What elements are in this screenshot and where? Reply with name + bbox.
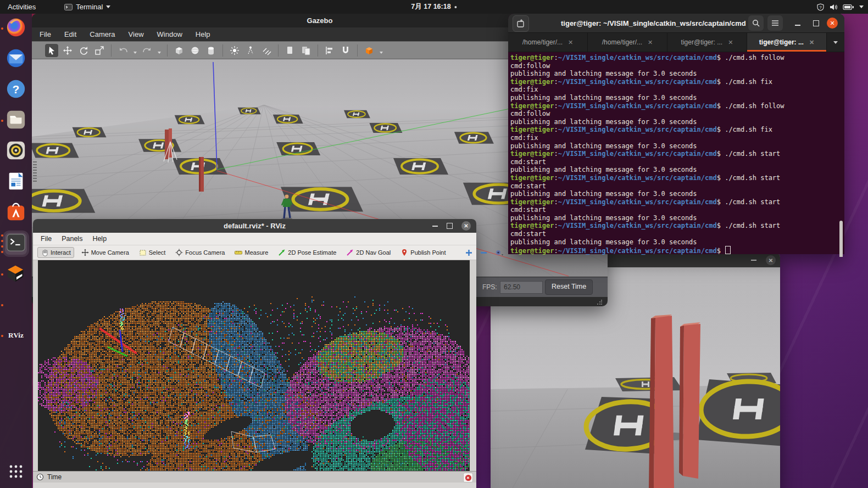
terminal-headerbar[interactable]: tiger@tiger: ~/VISIM_single/catkin_ws/sr… [508, 14, 844, 32]
dock-item-terminal[interactable] [5, 233, 27, 255]
dock-item-rhythmbox[interactable] [5, 141, 27, 162]
writer-icon [5, 171, 26, 194]
spot-light-icon[interactable] [244, 44, 257, 57]
insert-model-icon[interactable] [363, 44, 376, 57]
align-icon[interactable] [323, 44, 336, 57]
gazebo-menu-file[interactable]: File [40, 30, 51, 38]
hamburger-icon [771, 20, 779, 26]
undo-icon[interactable] [116, 44, 130, 57]
time-panel-header[interactable]: Time ✕ [33, 471, 476, 483]
sphere-icon[interactable] [188, 44, 202, 57]
clock-menu[interactable]: 7月 17 16:18 [411, 2, 457, 12]
rviz-menu-file[interactable]: File [41, 235, 52, 243]
terminal-line: tiger@tiger:~/VISIM_single/catkin_ws/src… [510, 246, 844, 255]
gazebo-menu-edit[interactable]: Edit [64, 30, 76, 38]
prompt-user: tiger@tiger [510, 247, 554, 255]
gazebo-menu-help[interactable]: Help [196, 30, 210, 38]
redo-icon[interactable] [141, 44, 154, 57]
close-icon[interactable]: ✕ [461, 221, 471, 231]
dock-item-files[interactable] [5, 110, 27, 132]
select-arrow-icon[interactable] [45, 44, 58, 57]
gazebo-menu-view[interactable]: View [129, 30, 144, 38]
rviz-menu-panels[interactable]: Panels [62, 235, 82, 243]
tool-move-camera[interactable]: Move Camera [79, 248, 132, 257]
prompt-sep: : [554, 126, 558, 133]
tab-close-icon[interactable]: ✕ [648, 39, 653, 46]
paste-icon[interactable] [299, 44, 313, 57]
directional-light-icon[interactable] [260, 44, 273, 57]
show-applications-button[interactable] [5, 461, 27, 483]
tab-label: tiger@tiger: ... [759, 38, 804, 46]
tool-select[interactable]: Select [136, 248, 169, 257]
tool-focus-camera[interactable]: Focus Camera [173, 248, 227, 257]
remove-tool-icon[interactable] [480, 249, 487, 256]
rviz-menu-help[interactable]: Help [92, 235, 107, 243]
caret-down-icon[interactable] [133, 52, 137, 54]
battery-icon [843, 4, 854, 10]
tab-close-icon[interactable]: ✕ [568, 39, 573, 46]
add-tool-icon[interactable] [465, 249, 472, 256]
point-light-icon[interactable] [228, 44, 241, 57]
dock-item-thunderbird[interactable] [5, 48, 27, 70]
tool-publish-point[interactable]: Publish Point [398, 248, 448, 257]
maximize-icon[interactable] [447, 223, 453, 229]
tool-options-icon[interactable] [495, 249, 505, 256]
search-button[interactable] [748, 15, 764, 31]
time-panel-body [33, 483, 476, 488]
tool-measure[interactable]: Measure [232, 248, 271, 257]
copy-icon[interactable] [283, 44, 297, 57]
terminal-line: cmd:start [510, 182, 844, 190]
rviz-viewport[interactable] [33, 260, 476, 471]
terminal-tab-3[interactable]: tiger@tiger: ...✕ [667, 33, 747, 52]
helipad [175, 115, 205, 125]
cylinder-icon[interactable] [204, 44, 218, 57]
time-panel-close-button[interactable]: ✕ [463, 473, 473, 483]
tab-list-button[interactable] [827, 33, 844, 52]
reset-time-button[interactable]: Reset Time [545, 279, 593, 295]
system-status-area[interactable]: ? [817, 3, 864, 11]
tab-close-icon[interactable]: ✕ [728, 39, 733, 46]
close-icon[interactable]: ✕ [827, 18, 838, 29]
pointcloud-canvas[interactable] [38, 260, 470, 471]
dock-item-help[interactable]: ? [5, 79, 27, 101]
tool-2d-pose-estimate[interactable]: 2D Pose Estimate [275, 248, 339, 257]
tool-label: Select [149, 249, 166, 256]
tab-close-icon[interactable]: ✕ [809, 39, 814, 46]
minimize-icon[interactable] [790, 15, 805, 31]
minimize-icon[interactable] [751, 260, 756, 261]
dock-item-writer[interactable] [5, 171, 27, 193]
rviz-titlebar[interactable]: default.rviz* - RViz ✕ [33, 219, 476, 233]
gazebo-menu-camera[interactable]: Camera [90, 30, 115, 38]
menu-button[interactable] [767, 15, 783, 31]
gazebo-menu-window[interactable]: Window [157, 30, 182, 38]
prompt-path: ~/VISIM_single/catkin_ws/src/captain/cmd [558, 198, 717, 206]
activities-button[interactable]: Activities [0, 0, 43, 14]
terminal-window: tiger@tiger: ~/VISIM_single/catkin_ws/sr… [508, 14, 844, 254]
new-tab-button[interactable] [513, 15, 529, 32]
dock-item-unknown[interactable] [5, 294, 27, 316]
dock-item-firefox[interactable] [5, 18, 27, 40]
rotate-icon[interactable] [77, 44, 90, 57]
caret-down-icon[interactable] [158, 52, 161, 54]
translate-icon[interactable] [61, 44, 74, 57]
snap-icon[interactable] [339, 44, 352, 57]
prompt-sep: : [554, 54, 558, 61]
app-menu[interactable]: Terminal [59, 0, 116, 14]
maximize-icon[interactable] [808, 15, 824, 31]
tool-2d-nav-goal[interactable]: 2D Nav Goal [343, 248, 393, 257]
tool-interact[interactable]: Interact [37, 247, 74, 258]
minimize-icon[interactable] [432, 226, 438, 227]
dock-item-software[interactable] [5, 202, 27, 224]
panel-handle-icon[interactable] [33, 161, 37, 182]
scale-icon[interactable] [93, 44, 106, 57]
dock-item-gazebo[interactable] [5, 263, 27, 285]
scrollbar-thumb[interactable] [839, 221, 843, 257]
box-icon[interactable] [173, 44, 186, 57]
caret-down-icon[interactable] [380, 52, 383, 54]
terminal-output[interactable]: tiger@tiger:~/VISIM_single/catkin_ws/src… [508, 52, 844, 257]
terminal-tab-4[interactable]: tiger@tiger: ...✕ [747, 33, 827, 52]
terminal-tab-1[interactable]: /home/tiger/...✕ [508, 33, 588, 52]
terminal-tab-2[interactable]: /home/tiger/...✕ [588, 33, 667, 52]
resize-grip-icon[interactable] [597, 300, 602, 305]
dock-item-rviz[interactable]: RViz [5, 325, 27, 347]
